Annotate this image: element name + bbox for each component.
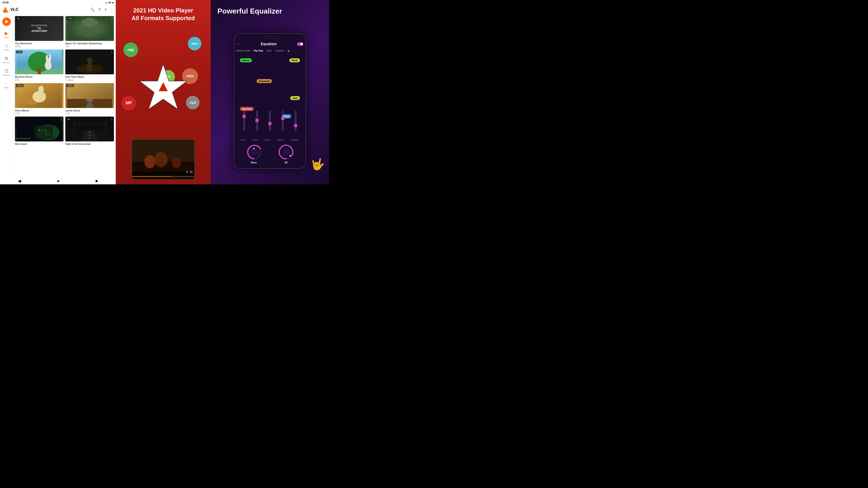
battery-icon: ■ bbox=[112, 1, 114, 4]
sidebar-item-video[interactable]: ▶ Video bbox=[0, 29, 13, 40]
app-title: VLC bbox=[10, 7, 90, 12]
sidebar-item-playlists[interactable]: ☰ Playlists bbox=[0, 66, 13, 78]
play-button[interactable] bbox=[2, 18, 11, 26]
player-cast-icon[interactable]: ⊡ bbox=[190, 170, 193, 174]
eq-back-icon[interactable]: ← bbox=[237, 41, 241, 46]
sidebar-item-browse[interactable]: ⊞ Browse bbox=[0, 54, 13, 66]
svg-point-9 bbox=[82, 20, 85, 26]
slider-track-14000hz[interactable] bbox=[295, 111, 297, 131]
slider-track-3600hz[interactable] bbox=[282, 111, 284, 131]
video-card-night[interactable]: SD ⋮ Night of the living dead bbox=[65, 117, 114, 146]
slider-thumb-14000hz bbox=[294, 124, 297, 127]
svg-point-52 bbox=[172, 157, 181, 168]
promo-title-line1: 2021 HD Video Player bbox=[131, 7, 195, 14]
menu-icon-night[interactable]: ⋮ bbox=[110, 117, 113, 121]
svg-rect-40 bbox=[89, 134, 91, 136]
badge-720p-bigbuck: 720p bbox=[16, 51, 22, 53]
format-bubble-mov: mov bbox=[188, 37, 202, 51]
video-card-gran[interactable]: 1080p ⋮ Gran dillama 2:26 bbox=[15, 83, 64, 115]
playlists-nav-icon: ☰ bbox=[4, 68, 8, 74]
badge-sd-night: SD bbox=[66, 118, 71, 121]
format-bubble-ogg: ogg bbox=[123, 42, 138, 57]
video-thumb-adventurer: SD CHAPTER TWO TheADVENTURER SD bbox=[15, 16, 64, 41]
3d-knob-container: 3D bbox=[278, 144, 294, 164]
svg-point-50 bbox=[145, 155, 156, 168]
slider-3600hz bbox=[282, 111, 284, 138]
nav-bar: ◀ ● ■ bbox=[0, 177, 116, 184]
sort-icon[interactable]: ≡ bbox=[105, 7, 107, 11]
search-icon[interactable]: 🔍 bbox=[90, 7, 95, 12]
slider-track-230hz[interactable] bbox=[256, 111, 258, 131]
preset-jazz[interactable]: Jazz bbox=[267, 49, 272, 53]
eq-header-title: Equalizer bbox=[260, 42, 277, 46]
menu-icon-llama[interactable]: ⋮ bbox=[110, 84, 113, 88]
signal-icon: 4G bbox=[108, 1, 111, 4]
video-thumb-bigbuck: 720p ⋮ bbox=[15, 50, 64, 74]
video-nav-icon: ▶ bbox=[5, 31, 8, 36]
svg-rect-54 bbox=[132, 176, 172, 177]
sidebar-item-audio[interactable]: ♫ Audio bbox=[0, 41, 13, 53]
promo-title-line2: All Formats Supported bbox=[131, 14, 195, 22]
camera-notch bbox=[263, 36, 277, 39]
video-sub-agent: 3:51 bbox=[65, 45, 114, 48]
badge-1080p-gran: 1080p bbox=[16, 84, 24, 87]
recents-button[interactable]: ■ bbox=[95, 179, 98, 184]
menu-icon-agent[interactable]: ⋮ bbox=[110, 17, 113, 20]
menu-icon-bigbuck[interactable]: ⋮ bbox=[60, 50, 63, 54]
menu-icon-gran[interactable]: ⋮ bbox=[60, 84, 63, 88]
playlists-nav-label: Playlists bbox=[3, 74, 10, 76]
preset-hiphop[interactable]: Hip Hop bbox=[254, 49, 263, 53]
video-card-agent[interactable]: 1080p ✓ ⋮ Agent 327 Operation Barbershop… bbox=[65, 16, 114, 48]
svg-rect-4 bbox=[4, 9, 6, 10]
genre-tag-dance: Dance bbox=[240, 58, 252, 62]
home-button[interactable]: ● bbox=[57, 179, 59, 184]
more-options-icon[interactable]: ⋮ bbox=[110, 7, 114, 12]
genre-tag-rock: Rock bbox=[289, 58, 300, 62]
format-bubble-mp: MP bbox=[121, 96, 136, 110]
menu-icon-micronauts[interactable]: ⋮ bbox=[60, 117, 63, 121]
video-card-adventurer[interactable]: SD CHAPTER TWO TheADVENTURER SD The Adve… bbox=[15, 16, 64, 48]
wifi-icon: ▲ bbox=[105, 1, 107, 4]
freq-3600hz: 3600Hz bbox=[277, 139, 284, 141]
audio-nav-label: Audio bbox=[4, 49, 9, 51]
preset-dropdown-icon[interactable]: ▼ bbox=[287, 49, 290, 53]
video-card-micronauts[interactable]: MICRONAUTS ⋮ Micronauts bbox=[15, 117, 64, 146]
sidebar-item-more[interactable]: ··· More bbox=[0, 79, 13, 91]
video-sub-dew: 2 videos bbox=[65, 79, 114, 81]
check-icon-agent: ✓ bbox=[107, 17, 109, 20]
bass-knob[interactable] bbox=[246, 144, 262, 160]
video-grid: SD CHAPTER TWO TheADVENTURER SD The Adve… bbox=[13, 14, 116, 177]
bass-knob-label: Bass bbox=[251, 161, 256, 164]
genre-tag-classical: Classical bbox=[256, 79, 272, 83]
preset-custom[interactable]: Custom bbox=[275, 49, 284, 53]
header-icons: 🔍 ⏱ ≡ ⋮ bbox=[90, 7, 114, 12]
video-card-bigbuck[interactable]: 720p ⋮ Big Buck Bunny 9:56 bbox=[15, 50, 64, 81]
more-nav-icon: ··· bbox=[4, 81, 8, 86]
slider-track-910hz[interactable] bbox=[269, 111, 271, 131]
status-bar: 10:00 ▲ 4G ■ bbox=[0, 0, 116, 5]
player-grid-icon[interactable]: # bbox=[186, 170, 188, 174]
audio-nav-icon: ♫ bbox=[5, 43, 8, 48]
video-title-bigbuck: Big Buck Bunny bbox=[15, 75, 64, 78]
menu-icon-dew[interactable]: ⋮ bbox=[110, 50, 113, 54]
eq-knobs: Bass 3D bbox=[237, 142, 303, 166]
slider-track-60hz[interactable] bbox=[243, 111, 245, 131]
back-button[interactable]: ◀ bbox=[18, 178, 21, 184]
slider-thumb-230hz bbox=[255, 119, 258, 122]
bass-knob-container: Bass bbox=[246, 144, 262, 164]
svg-rect-41 bbox=[89, 137, 91, 139]
video-title-dew: Dew Town Mayor bbox=[65, 75, 114, 78]
history-icon[interactable]: ⏱ bbox=[98, 7, 101, 11]
slider-thumb-60hz bbox=[243, 115, 246, 118]
slider-thumb-3600hz bbox=[281, 117, 284, 120]
video-card-llama[interactable]: 1080p ⋮ Llama drama 1:30 bbox=[65, 83, 114, 115]
svg-rect-34 bbox=[35, 126, 53, 139]
eq-toggle[interactable] bbox=[297, 42, 303, 46]
3d-knob[interactable] bbox=[278, 144, 294, 160]
genre-area: Dance Rock Classical Jazz Hip Hop Pop bbox=[237, 54, 303, 138]
svg-point-58 bbox=[253, 148, 254, 149]
star-logo bbox=[136, 62, 190, 117]
video-card-dew[interactable]: ⋮ Dew Town Mayor 2 videos bbox=[65, 50, 114, 81]
preset-heavymetal[interactable]: Heavy Metal bbox=[237, 49, 250, 53]
video-thumb-agent: 1080p ✓ ⋮ bbox=[65, 16, 114, 41]
